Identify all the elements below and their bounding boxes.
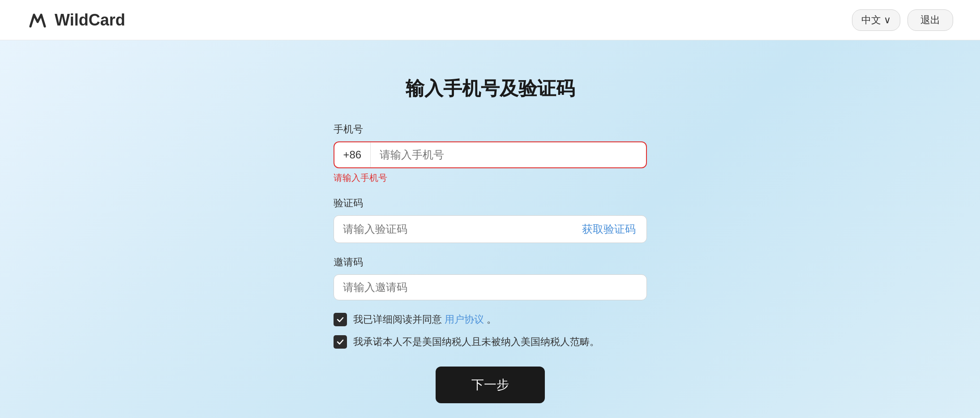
code-input[interactable] bbox=[334, 217, 571, 242]
phone-prefix: +86 bbox=[334, 142, 371, 167]
form-container: 输入手机号及验证码 手机号 +86 请输入手机号 验证码 获取验证码 邀请码 bbox=[334, 76, 647, 403]
language-button[interactable]: 中文 ∨ bbox=[852, 9, 900, 31]
get-code-label: 获取验证码 bbox=[582, 223, 636, 235]
user-agreement-link[interactable]: 用户协议 bbox=[445, 314, 487, 325]
checkbox-group: 我已详细阅读并同意 用户协议 。 我承诺本人不是美国纳税人且未被纳入美国纳税人范… bbox=[334, 313, 647, 349]
next-button-wrapper: 下一步 bbox=[334, 367, 647, 403]
phone-label: 手机号 bbox=[334, 123, 647, 136]
checkbox-item-2: 我承诺本人不是美国纳税人且未被纳入美国纳税人范畴。 bbox=[334, 335, 647, 349]
logo-area: WildCard bbox=[27, 9, 125, 31]
invite-label: 邀请码 bbox=[334, 256, 647, 269]
phone-input[interactable] bbox=[371, 142, 646, 167]
checkbox-tax-icon[interactable] bbox=[334, 335, 347, 349]
next-button-label: 下一步 bbox=[471, 378, 509, 392]
code-form-group: 验证码 获取验证码 bbox=[334, 196, 647, 243]
checkbox-1-link-text: 用户协议 bbox=[445, 314, 484, 325]
chevron-down-icon: ∨ bbox=[884, 14, 891, 26]
logo-text: WildCard bbox=[55, 11, 125, 30]
next-button[interactable]: 下一步 bbox=[436, 367, 545, 403]
logout-label: 退出 bbox=[920, 14, 940, 26]
wildcard-logo-icon bbox=[27, 9, 48, 31]
get-code-button[interactable]: 获取验证码 bbox=[571, 216, 646, 243]
main-content: 输入手机号及验证码 手机号 +86 请输入手机号 验证码 获取验证码 邀请码 bbox=[0, 40, 980, 418]
code-input-wrapper: 获取验证码 bbox=[334, 215, 647, 243]
phone-form-group: 手机号 +86 请输入手机号 bbox=[334, 123, 647, 184]
checkbox-1-label: 我已详细阅读并同意 用户协议 。 bbox=[353, 313, 496, 326]
page-title: 输入手机号及验证码 bbox=[334, 76, 647, 101]
checkbox-1-text: 我已详细阅读并同意 bbox=[353, 314, 442, 325]
phone-input-wrapper: +86 bbox=[334, 141, 647, 168]
header-right: 中文 ∨ 退出 bbox=[852, 9, 953, 31]
checkbox-agree-icon[interactable] bbox=[334, 313, 347, 326]
checkbox-1-suffix: 。 bbox=[487, 314, 496, 325]
invite-form-group: 邀请码 bbox=[334, 256, 647, 300]
header: WildCard 中文 ∨ 退出 bbox=[0, 0, 980, 40]
invite-input[interactable] bbox=[334, 275, 646, 300]
code-label: 验证码 bbox=[334, 196, 647, 210]
phone-error-text: 请输入手机号 bbox=[334, 172, 647, 184]
checkbox-item-1: 我已详细阅读并同意 用户协议 。 bbox=[334, 313, 647, 326]
invite-input-wrapper bbox=[334, 274, 647, 300]
checkbox-2-label: 我承诺本人不是美国纳税人且未被纳入美国纳税人范畴。 bbox=[353, 335, 599, 349]
logout-button[interactable]: 退出 bbox=[907, 9, 953, 31]
language-label: 中文 bbox=[861, 13, 881, 27]
